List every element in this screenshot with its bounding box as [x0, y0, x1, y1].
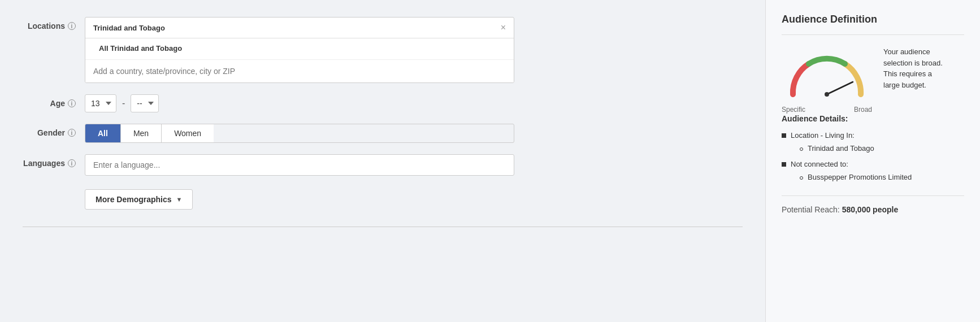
languages-label: Languages i	[23, 154, 85, 168]
right-panel: Audience Definition Specific Broad	[765, 0, 980, 322]
gender-all-button[interactable]: All	[85, 124, 121, 142]
languages-row: Languages i	[23, 154, 743, 176]
locations-content: Trinidad and Tobago × All Trinidad and T…	[85, 17, 514, 83]
location-box: Trinidad and Tobago × All Trinidad and T…	[85, 17, 514, 83]
locations-row: Locations i Trinidad and Tobago × All Tr…	[23, 17, 743, 83]
age-from-select[interactable]: 13	[85, 94, 116, 112]
gender-row: Gender i All Men Women	[23, 124, 743, 143]
gender-info-icon[interactable]: i	[68, 129, 76, 137]
gauge-broad-label: Broad	[854, 106, 872, 114]
detail-item-not-connected: Not connected to: Busspepper Promotions …	[782, 158, 964, 184]
potential-reach-label: Potential Reach:	[782, 205, 840, 214]
gender-label: Gender i	[23, 124, 85, 137]
audience-definition-title: Audience Definition	[782, 14, 964, 25]
gender-content: All Men Women	[85, 124, 514, 143]
location-remove-button[interactable]: ×	[501, 23, 506, 32]
languages-content	[85, 154, 514, 176]
svg-line-0	[827, 82, 853, 94]
gauge-container: Specific Broad	[782, 46, 872, 103]
locations-info-icon[interactable]: i	[68, 22, 76, 30]
locations-label: Locations i	[23, 17, 85, 31]
bullet-square-location	[782, 133, 786, 138]
location-sublabel: All Trinidad and Tobago	[85, 38, 514, 60]
audience-detail-list: Location - Living In: Trinidad and Tobag…	[782, 129, 964, 184]
gauge-specific-label: Specific	[782, 106, 805, 114]
location-input[interactable]	[85, 60, 514, 82]
gauge-section: Specific Broad Your audience selection i…	[782, 46, 964, 103]
gauge-svg	[782, 46, 872, 103]
more-demographics-spacer	[23, 187, 85, 192]
language-input[interactable]	[85, 154, 514, 176]
potential-reach: Potential Reach: 580,000 people	[782, 195, 964, 214]
audience-details-title: Audience Details:	[782, 114, 964, 123]
detail-item-location: Location - Living In: Trinidad and Tobag…	[782, 129, 964, 155]
detail-not-connected-content: Not connected to: Busspepper Promotions …	[791, 158, 912, 184]
bottom-divider	[23, 227, 743, 227]
languages-info-icon[interactable]: i	[68, 159, 76, 167]
more-demographics-content: More Demographics ▼	[85, 187, 514, 210]
potential-reach-value: 580,000 people	[842, 205, 899, 214]
bullet-square-not-connected	[782, 162, 786, 167]
gender-men-button[interactable]: Men	[121, 124, 162, 142]
more-demographics-arrow-icon: ▼	[176, 196, 183, 203]
location-sub-list: Trinidad and Tobago	[791, 142, 874, 155]
age-content: 13 - --	[85, 94, 514, 112]
bullet-circle-location	[800, 147, 803, 151]
gauge-labels: Specific Broad	[782, 106, 872, 114]
gauge-description: Your audience selection is broad. This r…	[883, 46, 943, 90]
location-sub-item: Trinidad and Tobago	[800, 142, 874, 155]
more-demographics-label: More Demographics	[96, 195, 172, 204]
not-connected-sub-item: Busspepper Promotions Limited	[800, 171, 912, 184]
not-connected-sub-list: Busspepper Promotions Limited	[791, 171, 912, 184]
detail-location-content: Location - Living In: Trinidad and Tobag…	[791, 129, 874, 155]
location-selected-row: Trinidad and Tobago ×	[85, 18, 514, 38]
bullet-circle-not-connected	[800, 176, 803, 180]
age-info-icon[interactable]: i	[68, 99, 76, 107]
more-demographics-row: More Demographics ▼	[23, 187, 743, 210]
gender-women-button[interactable]: Women	[162, 124, 214, 142]
location-selected-name: Trinidad and Tobago	[93, 24, 165, 32]
age-row: Age i 13 - --	[23, 94, 743, 112]
left-panel: Locations i Trinidad and Tobago × All Tr…	[0, 0, 765, 322]
svg-point-1	[825, 92, 829, 97]
more-demographics-button[interactable]: More Demographics ▼	[85, 189, 193, 210]
age-to-select[interactable]: --	[131, 94, 159, 112]
gender-button-group: All Men Women	[85, 124, 514, 143]
age-dash: -	[122, 98, 125, 108]
right-divider	[782, 34, 964, 35]
age-label: Age i	[23, 94, 85, 108]
